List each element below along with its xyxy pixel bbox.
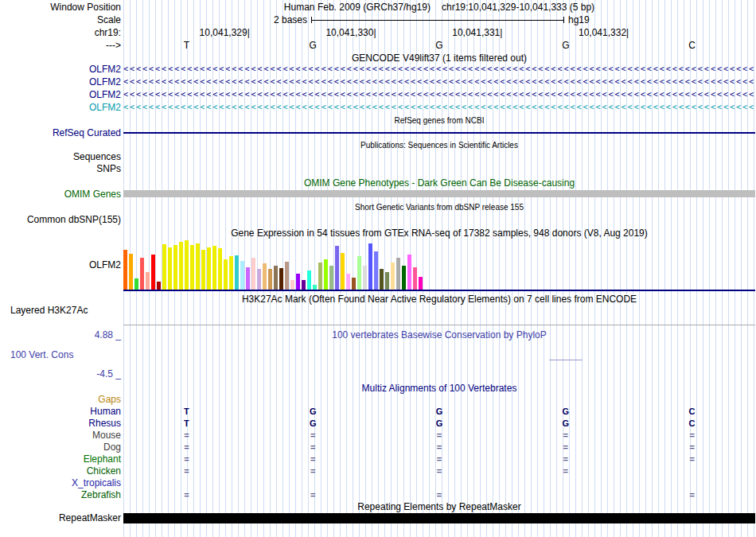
gtex-bars (123, 239, 755, 290)
gtex-expression-bar[interactable] (357, 256, 361, 290)
dbsnp-label[interactable]: Common dbSNP(155) (0, 213, 121, 226)
phylop-track-title[interactable]: 100 vertebrates Basewise Conservation by… (123, 329, 755, 341)
alignment-base: = (689, 430, 694, 442)
gtex-expression-bar[interactable] (212, 246, 216, 290)
gtex-expression-bar[interactable] (368, 243, 372, 290)
gtex-expression-bar[interactable] (218, 248, 222, 290)
species-label-human[interactable]: Human (0, 406, 121, 418)
gtex-expression-bar[interactable] (419, 277, 423, 290)
gtex-expression-bar[interactable] (162, 244, 166, 290)
window-position-row: Window Position Human Feb. 2009 (GRCh37/… (0, 1, 756, 14)
gtex-expression-bar[interactable] (201, 250, 205, 290)
gtex-expression-bar[interactable] (251, 258, 255, 290)
gene-label[interactable]: OLFM2 (0, 88, 121, 101)
gene-label[interactable]: OLFM2 (0, 63, 121, 76)
phylop-min-row: -4.5 _ (0, 368, 756, 380)
phylop-score-segment[interactable] (549, 360, 583, 360)
gtex-expression-bar[interactable] (380, 269, 384, 290)
transcript-item[interactable]: <<<<<<<<<<<<<<<<<<<<<<<<<<<<<<<<<<<<<<<<… (123, 63, 755, 76)
gtex-expression-bar[interactable] (413, 267, 417, 290)
gtex-expression-bar[interactable] (363, 266, 367, 290)
gtex-expression-bar[interactable] (185, 240, 189, 290)
gtex-expression-bar[interactable] (140, 258, 144, 290)
publications-track-title[interactable]: Publications: Sequences in Scientific Ar… (123, 140, 755, 151)
gtex-expression-bar[interactable] (224, 259, 228, 290)
h3k27ac-label-row: Layered H3K27Ac (0, 304, 756, 317)
dbsnp-track-title[interactable]: Short Genetic Variants from dbSNP releas… (123, 202, 755, 213)
species-label-mouse[interactable]: Mouse (0, 430, 121, 442)
alignment-base: = (563, 442, 568, 453)
species-label-dog[interactable]: Dog (0, 442, 121, 453)
gtex-expression-bar[interactable] (123, 250, 127, 290)
phylop-track-label[interactable]: 100 Vert. Cons (0, 348, 121, 361)
refseq-track-title[interactable]: RefSeq genes from NCBI (123, 115, 755, 126)
species-label-elephant[interactable]: Elephant (0, 453, 121, 465)
gtex-expression-bar[interactable] (302, 280, 306, 290)
snps-label[interactable]: SNPs (0, 162, 121, 175)
species-label-gaps[interactable]: Gaps (0, 394, 121, 406)
gtex-expression-bar[interactable] (402, 266, 406, 290)
gtex-expression-bar[interactable] (207, 247, 211, 290)
omim-genes-label[interactable]: OMIM Genes (0, 188, 121, 200)
gtex-expression-bar[interactable] (246, 267, 250, 290)
gtex-expression-bar[interactable] (324, 259, 328, 290)
gtex-expression-bar[interactable] (263, 263, 267, 290)
gtex-expression-bar[interactable] (190, 245, 194, 290)
gtex-expression-bar[interactable] (196, 243, 200, 290)
gtex-expression-bar[interactable] (173, 245, 177, 290)
gtex-expression-bar[interactable] (229, 256, 233, 290)
gtex-expression-bar[interactable] (329, 266, 333, 290)
gencode-transcript-row: OLFM2<<<<<<<<<<<<<<<<<<<<<<<<<<<<<<<<<<<… (0, 101, 756, 114)
gtex-expression-bar[interactable] (318, 263, 322, 290)
species-label-rhesus[interactable]: Rhesus (0, 418, 121, 430)
refseq-curated-label[interactable]: RefSeq Curated (0, 126, 121, 139)
species-label-zebrafish[interactable]: Zebrafish (0, 489, 121, 501)
gtex-expression-bar[interactable] (240, 261, 244, 290)
gtex-track-title[interactable]: Gene Expression in 54 tissues from GTEx … (123, 227, 755, 239)
transcript-item[interactable]: <<<<<<<<<<<<<<<<<<<<<<<<<<<<<<<<<<<<<<<<… (123, 101, 755, 114)
gtex-expression-bar[interactable] (290, 280, 294, 290)
gene-label[interactable]: OLFM2 (0, 76, 121, 88)
gtex-expression-bar[interactable] (385, 272, 389, 290)
transcript-item[interactable]: <<<<<<<<<<<<<<<<<<<<<<<<<<<<<<<<<<<<<<<<… (123, 76, 755, 88)
gtex-expression-bar[interactable] (157, 282, 161, 290)
gtex-expression-bar[interactable] (352, 278, 356, 290)
gtex-expression-bar[interactable] (134, 278, 138, 290)
gtex-expression-bar[interactable] (407, 255, 411, 290)
refseq-gene-item[interactable] (123, 132, 755, 134)
gtex-expression-bar[interactable] (268, 269, 272, 290)
transcript-item[interactable]: <<<<<<<<<<<<<<<<<<<<<<<<<<<<<<<<<<<<<<<<… (123, 88, 755, 101)
gtex-expression-bar[interactable] (274, 266, 278, 290)
gtex-expression-bar[interactable] (279, 268, 283, 290)
gtex-expression-bar[interactable] (257, 269, 261, 290)
gene-label[interactable]: OLFM2 (0, 101, 121, 114)
gtex-expression-bar[interactable] (146, 272, 150, 290)
ucsc-genome-browser: Window Position Human Feb. 2009 (GRCh37/… (0, 0, 756, 537)
omim-gene-item[interactable] (123, 190, 755, 197)
gtex-expression-bar[interactable] (396, 258, 400, 290)
gtex-expression-bar[interactable] (285, 262, 289, 290)
gtex-expression-bar[interactable] (307, 270, 311, 290)
gtex-expression-bar[interactable] (235, 255, 239, 290)
species-label-chicken[interactable]: Chicken (0, 465, 121, 477)
gtex-gene-label[interactable]: OLFM2 (0, 259, 121, 271)
repeatmasker-label[interactable]: RepeatMasker (0, 512, 121, 524)
gtex-expression-bar[interactable] (179, 242, 183, 290)
repeatmasker-item[interactable] (123, 513, 755, 523)
gtex-expression-bar[interactable] (296, 274, 300, 290)
gtex-expression-bar[interactable] (129, 254, 133, 290)
gtex-expression-bar[interactable] (335, 246, 339, 290)
gtex-expression-bar[interactable] (341, 253, 345, 290)
ruler-tick: 10,041,330| (310, 26, 376, 39)
refseq-row: RefSeq Curated (0, 126, 756, 139)
multiz-track-title[interactable]: Multiz Alignments of 100 Vertebrates (123, 382, 755, 395)
gtex-expression-bar[interactable] (168, 247, 172, 290)
gtex-expression-bar[interactable] (374, 251, 378, 290)
h3k27ac-label[interactable]: Layered H3K27Ac (0, 304, 121, 317)
gtex-expression-bar[interactable] (346, 274, 350, 290)
gtex-expression-bar[interactable] (391, 263, 395, 290)
sequences-label[interactable]: Sequences (0, 150, 121, 163)
multiz-row: X_tropicalis (0, 477, 756, 489)
species-label-x-tropicalis[interactable]: X_tropicalis (0, 477, 121, 489)
gtex-expression-bar[interactable] (151, 255, 155, 290)
